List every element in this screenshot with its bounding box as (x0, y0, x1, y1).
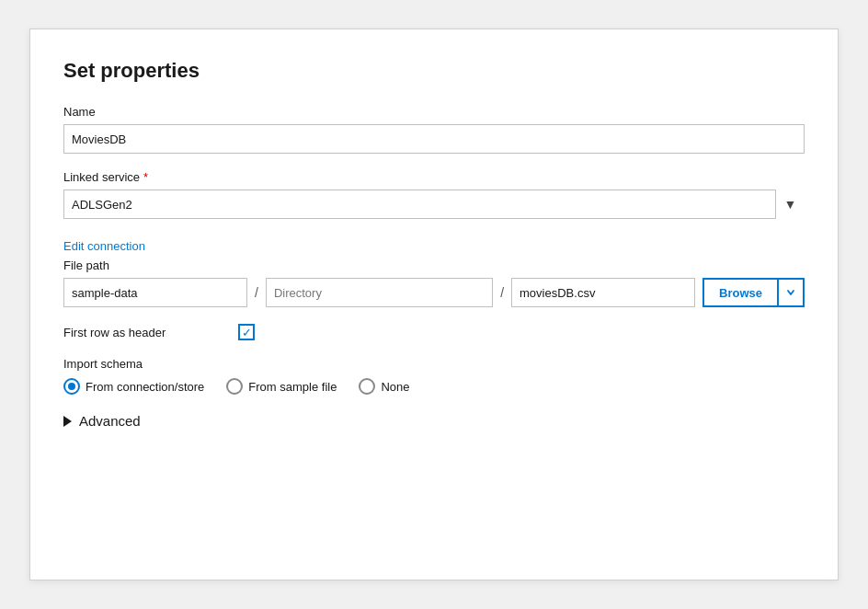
linked-service-select-wrapper: ADLSGen2 ▼ (63, 190, 805, 219)
radio-from-sample[interactable]: From sample file (226, 378, 337, 395)
file-path-row: / / Browse (63, 278, 805, 307)
name-input[interactable] (63, 124, 805, 154)
radio-circle-from-connection (63, 378, 80, 395)
file-path-input-3[interactable] (511, 278, 695, 307)
radio-label-from-connection: From connection/store (86, 380, 204, 394)
advanced-expand-icon (63, 416, 72, 427)
browse-btn-group: Browse (702, 278, 805, 307)
radio-none[interactable]: None (359, 378, 409, 395)
import-schema-radio-group: From connection/store From sample file N… (63, 378, 805, 395)
file-path-input-1[interactable] (63, 278, 247, 307)
import-schema-section: Import schema From connection/store From… (63, 357, 805, 395)
file-path-group: File path / / Browse (63, 259, 805, 307)
panel-title: Set properties (63, 59, 805, 83)
linked-service-select[interactable]: ADLSGen2 (63, 190, 805, 219)
set-properties-panel: Set properties Name Linked service * ADL… (29, 29, 839, 580)
radio-inner-from-connection (68, 383, 75, 390)
radio-circle-from-sample (226, 378, 243, 395)
import-schema-label: Import schema (63, 357, 805, 371)
radio-label-from-sample: From sample file (248, 380, 337, 394)
file-path-label: File path (63, 259, 805, 272)
path-separator-2: / (493, 278, 511, 307)
name-label: Name (63, 105, 805, 119)
first-row-label: First row as header (63, 326, 229, 339)
checkbox-check-icon: ✓ (242, 327, 252, 339)
first-row-header-row: First row as header ✓ (63, 324, 805, 340)
radio-from-connection[interactable]: From connection/store (63, 378, 204, 395)
chevron-down-icon (786, 288, 795, 297)
browse-chevron-button[interactable] (777, 278, 805, 307)
first-row-checkbox[interactable]: ✓ (238, 324, 255, 340)
radio-circle-none (359, 378, 375, 395)
edit-connection-link[interactable]: Edit connection (63, 239, 145, 253)
linked-service-label: Linked service * (63, 170, 805, 184)
required-indicator: * (143, 170, 148, 184)
advanced-label: Advanced (79, 413, 141, 429)
advanced-section[interactable]: Advanced (63, 413, 805, 429)
file-path-input-2[interactable] (266, 278, 493, 307)
name-field-group: Name (63, 105, 805, 154)
linked-service-field-group: Linked service * ADLSGen2 ▼ (63, 170, 805, 219)
path-separator-1: / (247, 278, 266, 307)
radio-label-none: None (381, 380, 409, 394)
browse-button[interactable]: Browse (702, 278, 777, 307)
